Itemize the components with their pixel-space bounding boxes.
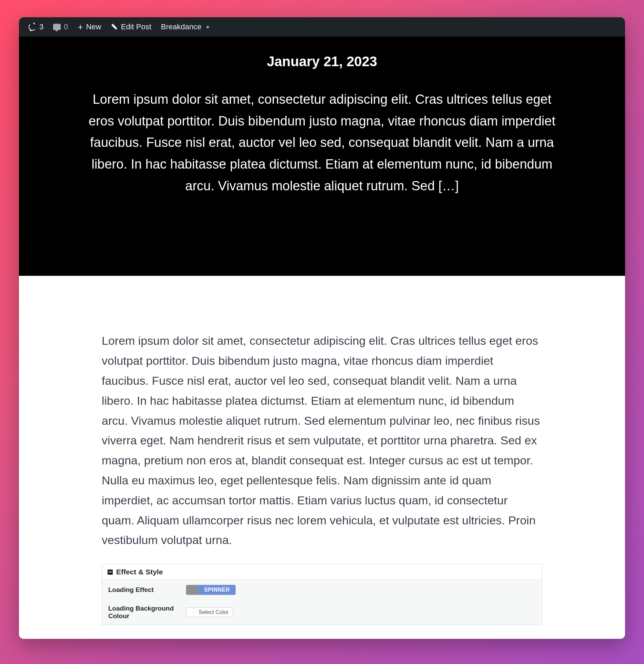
comment-icon [53,24,61,30]
new-label: New [86,22,101,31]
loading-bg-label: Loading Background Colour [108,605,175,620]
post-body: Lorem ipsum dolor sit amet, consectetur … [102,331,542,550]
new-item[interactable]: + New [73,22,106,31]
loading-effect-toggle[interactable]: SPINNER [186,585,236,595]
dot-indicator-icon [207,26,209,28]
color-swatch [186,608,194,616]
toggle-off-segment [186,585,199,595]
admin-bar: 3 0 + New Edit Post Breakdance [19,17,625,37]
loading-effect-row: Loading Effect SPINNER [102,580,542,600]
comment-count: 0 [64,22,68,31]
settings-title: Effect & Style [116,568,163,576]
loading-bg-row: Loading Background Colour Select Color [102,600,542,625]
settings-panel-header[interactable]: Effect & Style [102,564,542,580]
settings-panel: Effect & Style Loading Effect SPINNER Lo… [102,564,542,625]
post-date: January 21, 2023 [53,54,591,69]
refresh-count: 3 [39,22,43,31]
post-excerpt: Lorem ipsum dolor sit amet, consectetur … [84,89,560,197]
edit-post-item[interactable]: Edit Post [106,22,156,31]
select-color-label: Select Color [194,608,233,617]
toggle-on-segment: SPINNER [199,585,235,595]
browser-window: 3 0 + New Edit Post Breakdance January 2… [19,17,625,639]
collapse-icon [108,570,113,575]
edit-post-label: Edit Post [121,22,151,31]
refresh-icon [29,23,36,31]
refresh-item[interactable]: 3 [24,22,48,31]
color-select-button[interactable]: Select Color [186,607,233,617]
breakdance-item[interactable]: Breakdance [156,22,214,31]
breakdance-label: Breakdance [161,22,201,31]
plus-icon: + [78,22,83,31]
loading-effect-label: Loading Effect [108,586,175,594]
pencil-icon [110,22,119,32]
comments-item[interactable]: 0 [48,22,73,31]
hero-section: January 21, 2023 Lorem ipsum dolor sit a… [19,37,625,276]
content-section: Lorem ipsum dolor sit amet, consectetur … [19,276,625,639]
